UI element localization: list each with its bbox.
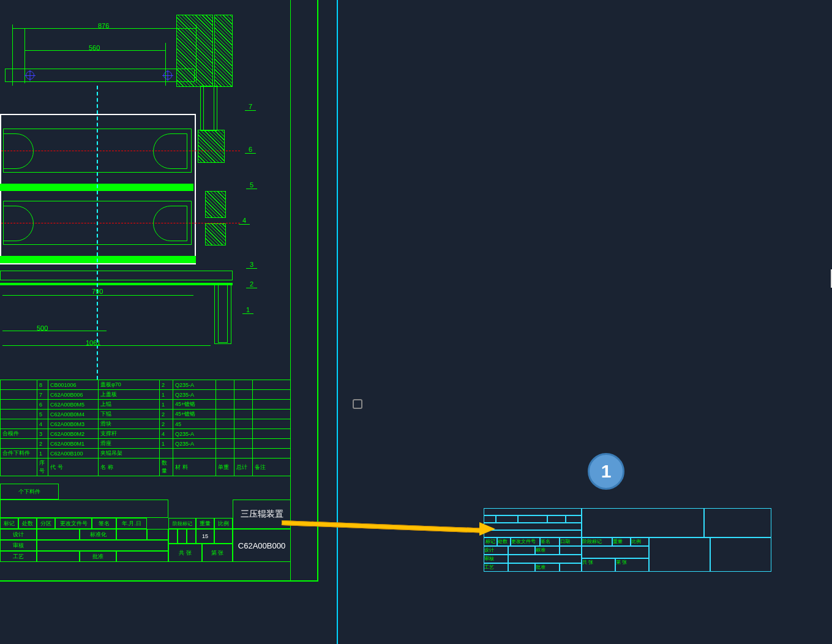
dimension-500: 500 — [37, 324, 48, 332]
parts-row: 合模件3C62A00B0M2支撑杆4Q235-A — [1, 429, 291, 439]
dimension-560: 560 — [89, 44, 100, 51]
frame-bottom — [0, 580, 318, 582]
annotation-arrow-head-icon — [479, 522, 495, 536]
bolt-icon — [24, 70, 36, 81]
balloon-4: 4 — [239, 217, 250, 225]
balloon-1: 1 — [242, 306, 253, 314]
balloon-5: 5 — [246, 181, 257, 189]
dimension-1061: 1061 — [86, 339, 100, 346]
title-block-left: 个下料件 标记 处数 分区 更改文件号 签名 年.月.日 设计 标准化 审核 工… — [0, 459, 291, 582]
drawing-number: C62A00B000 — [233, 529, 291, 562]
ui-marker-square — [353, 399, 362, 409]
balloon-6: 6 — [245, 146, 256, 154]
parts-row: 5C62A00B0M4下辊245+镀铬 — [1, 410, 291, 419]
cad-canvas[interactable]: 876 560 — [0, 0, 832, 644]
bolt-icon — [162, 70, 173, 81]
parts-row: 7C62A00B006上盖板1Q235-A — [1, 390, 291, 400]
viewport-separator — [337, 0, 338, 644]
mechanical-drawing: 876 560 — [0, 6, 257, 386]
parts-row: 8CB001006盖板φ702Q235-A — [1, 380, 291, 390]
balloon-3: 3 — [246, 261, 257, 269]
parts-row: 4C62A00B0M3滑块245 — [1, 419, 291, 429]
parts-row: 合件下料件1C62A00B100夹辊吊架 — [1, 449, 291, 459]
balloon-2: 2 — [246, 280, 257, 288]
annotation-badge-1: 1 — [588, 453, 624, 490]
balloon-7: 7 — [245, 103, 256, 111]
parts-row: 6C62A00B0M5上辊145+镀铬 — [1, 400, 291, 410]
dimension-876: 876 — [98, 22, 109, 29]
parts-row: 2C62A00B0M1滑座1Q235-A — [1, 439, 291, 449]
title-block-right: 标记 处数 更改文件号 签名 日期 设计 标准 审核 工艺 批准 阶段标记 重量… — [484, 508, 771, 582]
dimension-790: 790 — [92, 288, 103, 295]
